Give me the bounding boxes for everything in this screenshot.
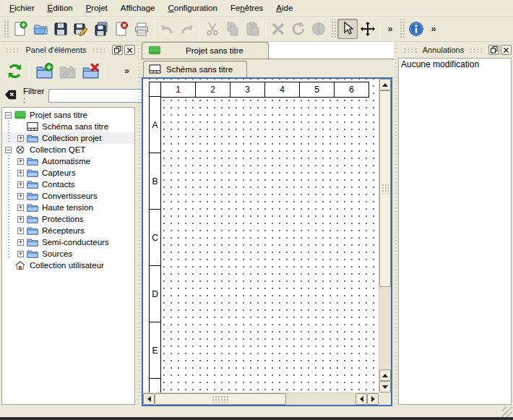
selection-mode-button[interactable]: [337, 19, 358, 39]
main-toolbar: »»: [0, 17, 513, 42]
expand-expander-icon[interactable]: +: [17, 251, 24, 257]
vscroll-track[interactable]: [379, 287, 391, 369]
tab-schema[interactable]: Schéma sans titre: [143, 61, 247, 77]
close-panel-button[interactable]: [501, 45, 512, 55]
corner-cell: [149, 82, 161, 98]
dock-grip[interactable]: [403, 47, 418, 53]
scroll-left-button[interactable]: [143, 393, 155, 405]
tree-item-contacts[interactable]: +Contacts: [2, 179, 134, 190]
expand-expander-icon[interactable]: +: [17, 216, 24, 223]
tree-item-recepteurs[interactable]: +Récepteurs: [2, 225, 134, 236]
folder-icon-holder: [27, 133, 38, 143]
menu-fichier[interactable]: Fichier: [3, 0, 41, 16]
expand-expander-icon[interactable]: +: [17, 193, 24, 200]
scroll-up-button-2[interactable]: [379, 369, 391, 381]
hscroll-track[interactable]: [286, 393, 355, 405]
collapse-expander-icon[interactable]: −: [5, 147, 12, 153]
tree-item-schema-sans-titre[interactable]: Schéma sans titre: [2, 121, 134, 132]
hscroll-thumb[interactable]: [155, 393, 286, 405]
float-panel-button[interactable]: [112, 45, 123, 55]
scroll-left-button-2[interactable]: [355, 393, 367, 405]
diagram-scroll-area: 123456 ABCDE: [143, 79, 379, 405]
pan-mode-button[interactable]: [358, 19, 378, 39]
qet-icon-holder: [14, 145, 26, 155]
toolbar-overflow-button[interactable]: »: [426, 19, 441, 39]
toolbar-handle[interactable]: [3, 20, 9, 38]
thumb-grip: [381, 184, 389, 194]
scroll-right-button[interactable]: [367, 393, 379, 405]
tab-project[interactable]: Projet sans titre: [142, 42, 269, 59]
open-file-button[interactable]: [30, 19, 51, 39]
folder-edit-icon: [59, 62, 77, 80]
tree-item-collection-utilisateur[interactable]: Collection utilisateur: [2, 260, 134, 271]
project-icon: [148, 46, 161, 55]
menu-configuration[interactable]: Configuration: [162, 0, 224, 16]
expand-expander-icon[interactable]: +: [17, 228, 24, 234]
close-panel-button[interactable]: [124, 45, 135, 55]
expand-expander-icon[interactable]: +: [17, 239, 24, 246]
delete-category-button[interactable]: [79, 59, 102, 82]
dock-grip[interactable]: [469, 47, 483, 53]
dock-grip[interactable]: [92, 47, 107, 53]
menu-fenetres[interactable]: Fenêtres: [224, 0, 270, 16]
tree-item-label: Collection projet: [42, 134, 101, 142]
close-file-button[interactable]: [111, 19, 132, 39]
tree-item-convertisseurs[interactable]: +Convertisseurs: [2, 190, 134, 202]
diagram-canvas[interactable]: 123456 ABCDE: [143, 79, 379, 393]
scroll-up-button[interactable]: [379, 79, 391, 90]
tree-item-haute-tension[interactable]: +Haute tension: [2, 202, 134, 213]
tree-item-automatisme[interactable]: +Automatisme: [2, 155, 134, 167]
toolbar-handle[interactable]: [399, 20, 405, 38]
vertical-scrollbar[interactable]: [379, 79, 391, 393]
menu-affichage[interactable]: Affichage: [114, 0, 162, 16]
tree-item-protections[interactable]: +Protections: [2, 213, 134, 225]
about-button[interactable]: [406, 19, 426, 39]
horizontal-scrollbar[interactable]: [143, 393, 379, 405]
print-button[interactable]: [132, 19, 152, 39]
save-button[interactable]: [51, 19, 71, 39]
tree-item-sources[interactable]: +Sources: [2, 248, 134, 260]
toolbar-separator: [199, 20, 200, 38]
column-header-2: 2: [195, 82, 230, 98]
folder-icon-holder: [27, 168, 38, 178]
expand-expander-icon[interactable]: +: [17, 135, 24, 142]
expand-expander-icon[interactable]: +: [17, 158, 24, 165]
new-file-button[interactable]: [10, 19, 30, 39]
home-icon-holder: [14, 260, 26, 270]
tree-item-collection-qet[interactable]: −Collection QET: [2, 144, 134, 155]
tree-item-collection-projet[interactable]: +Collection projet: [2, 132, 134, 144]
expand-expander-icon[interactable]: +: [17, 181, 24, 188]
clear-filter-icon[interactable]: [4, 89, 17, 102]
statusbar: [0, 406, 513, 417]
resize-grip[interactable]: [502, 407, 512, 417]
reload-collections-button[interactable]: [3, 59, 26, 82]
toolbar-handle[interactable]: [330, 20, 336, 38]
tree-item-label: Collection QET: [30, 145, 85, 154]
collapse-expander-icon[interactable]: −: [5, 112, 12, 119]
scroll-down-button[interactable]: [379, 381, 391, 393]
tree-item-semi-conducteurs[interactable]: +Semi-conducteurs: [2, 236, 134, 248]
float-panel-button[interactable]: [488, 45, 499, 55]
expand-expander-icon[interactable]: +: [17, 170, 24, 176]
undo-list[interactable]: Aucune modification: [398, 58, 512, 405]
panel-toolbar-overflow-button[interactable]: »: [124, 66, 129, 76]
tree-item-capteurs[interactable]: +Capteurs: [2, 167, 134, 179]
undo-list-item[interactable]: Aucune modification: [401, 59, 509, 69]
tree-item-projet-sans-titre[interactable]: −Projet sans titre: [2, 109, 134, 121]
new-category-button[interactable]: [33, 59, 56, 82]
menu-aide[interactable]: Aide: [270, 0, 299, 16]
tree-item-label: Collection utilisateur: [30, 261, 104, 270]
redo-icon: [179, 21, 195, 37]
dock-grip[interactable]: [5, 47, 20, 53]
menu-edition[interactable]: Édition: [41, 0, 79, 16]
left-splitter[interactable]: [137, 42, 142, 406]
toolbar-overflow-button[interactable]: »: [383, 19, 397, 39]
toolbar-separator: [105, 61, 105, 81]
save-as-button[interactable]: [71, 19, 91, 39]
menu-projet[interactable]: Projet: [79, 0, 114, 16]
save-all-button[interactable]: [91, 19, 111, 39]
edit-category-button: [56, 59, 79, 82]
vscroll-thumb[interactable]: [379, 90, 391, 287]
expand-expander-icon[interactable]: +: [17, 205, 24, 211]
toolbar-separator: [380, 20, 381, 38]
